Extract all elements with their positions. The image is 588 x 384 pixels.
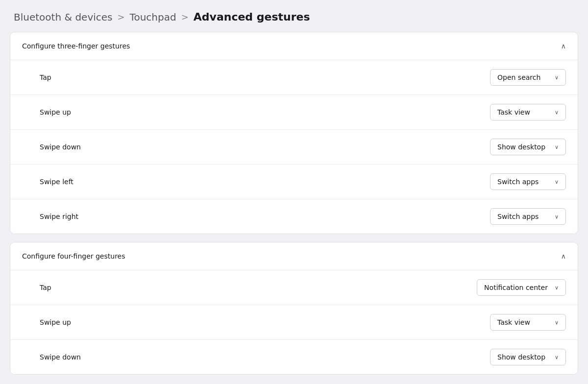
three-finger-collapse-icon: ∧ bbox=[561, 42, 566, 50]
three-finger-swipe-right-value: Switch apps bbox=[497, 213, 539, 220]
breadcrumb-bluetooth[interactable]: Bluetooth & devices bbox=[14, 11, 113, 23]
dropdown-arrow-icon-2: ∨ bbox=[555, 109, 559, 116]
three-finger-tap-value: Open search bbox=[497, 73, 540, 81]
three-finger-row-swipe-down: Swipe down Show desktop ∨ bbox=[10, 130, 578, 165]
three-finger-swipe-right-select[interactable]: Switch apps ∨ bbox=[490, 208, 566, 225]
three-finger-tap-label: Tap bbox=[40, 73, 51, 81]
four-finger-section: Configure four-finger gestures ∧ Tap Not… bbox=[10, 242, 578, 375]
breadcrumb-separator-2: > bbox=[181, 12, 189, 22]
content-area: Configure three-finger gestures ∧ Tap Op… bbox=[0, 32, 588, 384]
three-finger-header[interactable]: Configure three-finger gestures ∧ bbox=[10, 32, 578, 60]
three-finger-swipe-up-label: Swipe up bbox=[40, 108, 71, 116]
four-finger-collapse-icon: ∧ bbox=[561, 252, 566, 260]
four-finger-title: Configure four-finger gestures bbox=[22, 252, 125, 260]
three-finger-swipe-down-label: Swipe down bbox=[40, 143, 81, 151]
four-finger-swipe-down-label: Swipe down bbox=[40, 353, 81, 361]
four-finger-swipe-down-select[interactable]: Show desktop ∨ bbox=[490, 349, 566, 365]
dropdown-arrow-icon-5: ∨ bbox=[555, 214, 559, 220]
four-finger-row-swipe-up: Swipe up Task view ∨ bbox=[10, 305, 578, 340]
four-finger-tap-label: Tap bbox=[40, 284, 51, 291]
three-finger-swipe-right-label: Swipe right bbox=[40, 213, 78, 220]
three-finger-swipe-up-value: Task view bbox=[497, 108, 530, 116]
three-finger-swipe-up-select[interactable]: Task view ∨ bbox=[490, 104, 566, 120]
dropdown-arrow-icon-4: ∨ bbox=[555, 179, 559, 185]
four-finger-row-swipe-down: Swipe down Show desktop ∨ bbox=[10, 340, 578, 374]
four-finger-swipe-up-label: Swipe up bbox=[40, 318, 71, 326]
three-finger-row-tap: Tap Open search ∨ bbox=[10, 60, 578, 95]
dropdown-arrow-icon-3: ∨ bbox=[555, 144, 559, 150]
three-finger-swipe-left-select[interactable]: Switch apps ∨ bbox=[490, 173, 566, 190]
three-finger-row-swipe-up: Swipe up Task view ∨ bbox=[10, 95, 578, 130]
dropdown-arrow-icon-8: ∨ bbox=[555, 354, 559, 360]
three-finger-swipe-down-select[interactable]: Show desktop ∨ bbox=[490, 139, 566, 155]
dropdown-arrow-icon-7: ∨ bbox=[555, 319, 559, 326]
four-finger-tap-select[interactable]: Notification center ∨ bbox=[477, 279, 566, 296]
four-finger-swipe-up-value: Task view bbox=[497, 318, 530, 326]
three-finger-row-swipe-left: Swipe left Switch apps ∨ bbox=[10, 165, 578, 199]
three-finger-title: Configure three-finger gestures bbox=[22, 42, 130, 50]
three-finger-swipe-left-value: Switch apps bbox=[497, 178, 539, 186]
four-finger-tap-value: Notification center bbox=[484, 284, 548, 291]
page-header: Bluetooth & devices > Touchpad > Advance… bbox=[0, 0, 588, 32]
page-title: Advanced gestures bbox=[194, 11, 310, 23]
three-finger-swipe-down-value: Show desktop bbox=[497, 143, 545, 151]
three-finger-swipe-left-label: Swipe left bbox=[40, 178, 74, 186]
four-finger-row-tap: Tap Notification center ∨ bbox=[10, 270, 578, 305]
three-finger-tap-select[interactable]: Open search ∨ bbox=[490, 69, 566, 86]
four-finger-swipe-down-value: Show desktop bbox=[497, 353, 545, 361]
three-finger-section: Configure three-finger gestures ∧ Tap Op… bbox=[10, 32, 578, 234]
breadcrumb-separator-1: > bbox=[118, 12, 125, 22]
breadcrumb-touchpad[interactable]: Touchpad bbox=[130, 11, 176, 23]
four-finger-swipe-up-select[interactable]: Task view ∨ bbox=[490, 314, 566, 331]
four-finger-header[interactable]: Configure four-finger gestures ∧ bbox=[10, 242, 578, 270]
dropdown-arrow-icon-6: ∨ bbox=[555, 285, 559, 291]
three-finger-row-swipe-right: Swipe right Switch apps ∨ bbox=[10, 199, 578, 234]
dropdown-arrow-icon: ∨ bbox=[555, 74, 559, 81]
